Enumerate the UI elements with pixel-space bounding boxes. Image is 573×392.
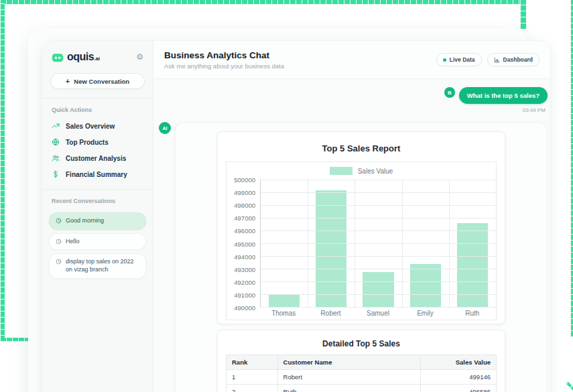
decorative-grid-border-top-corner [520, 0, 526, 29]
y-axis-labels: 5000004990004980004970004960004950004940… [227, 180, 260, 308]
x-axis-label: Samuel [355, 310, 401, 317]
horizontal-gridline [261, 281, 496, 282]
table-cell: 2 [227, 385, 278, 392]
main-area: Business Analytics Chat Ask me anything … [153, 41, 550, 392]
live-data-badge: Live Data [436, 53, 482, 66]
page-subtitle: Ask me anything about your business data [164, 62, 284, 70]
horizontal-gridline [261, 231, 496, 231]
conversation-item[interactable]: Good morning [49, 212, 146, 230]
table-header-row: RankCustomer NameSales Value [227, 355, 497, 370]
header-titles: Business Analytics Chat Ask me anything … [164, 50, 284, 70]
new-conversation-button[interactable]: + New Conversation [50, 73, 145, 89]
table-row: 1Robert499146 [227, 370, 497, 385]
dashboard-button[interactable]: Dashboard [487, 53, 539, 66]
table-cell: Robert [277, 370, 421, 385]
table-column-header: Rank [227, 355, 278, 370]
trend-up-icon [52, 122, 60, 130]
conversation-label: Good morning [66, 217, 104, 225]
y-axis-tick: 499000 [234, 189, 255, 196]
dashboard-label: Dashboard [503, 56, 533, 63]
quick-action-label: Sales Overview [66, 123, 115, 130]
x-axis-label: Ruth [449, 310, 496, 317]
y-axis-tick: 500000 [234, 176, 255, 184]
y-axis-tick: 497000 [234, 214, 255, 222]
page-title: Business Analytics Chat [164, 50, 284, 60]
horizontal-gridline [261, 243, 496, 244]
robot-logo-icon [52, 52, 64, 62]
horizontal-gridline [261, 192, 496, 193]
message-timestamp: 03:49 PM [523, 107, 548, 113]
y-axis-tick: 492000 [234, 278, 255, 285]
chart-body: 5000004990004980004970004960004950004940… [227, 180, 496, 308]
page-header: Business Analytics Chat Ask me anything … [153, 41, 550, 79]
quick-actions-list: Sales OverviewTop ProductsCustomer Analy… [42, 118, 153, 182]
chart-title: Top 5 Sales Report [226, 143, 497, 153]
sidebar-item-top-products[interactable]: Top Products [42, 134, 153, 150]
horizontal-gridline [261, 180, 496, 180]
vertical-gridline [402, 180, 403, 307]
ai-message-card: Top 5 Sales Report Sales Value 500000499… [175, 122, 548, 392]
legend-label: Sales Value [358, 168, 393, 175]
user-message-group: What is the top 5 sales? 03:49 PM [459, 87, 548, 113]
y-axis-tick: 498000 [234, 202, 255, 209]
dollar-icon [52, 170, 60, 178]
bar-samuel [363, 272, 393, 307]
user-message-row: B What is the top 5 sales? 03:49 PM [159, 87, 548, 113]
quick-action-label: Top Products [66, 139, 109, 146]
recent-conversations-list: Good morningHellodisplay top sales on 20… [42, 209, 153, 279]
horizontal-gridline [261, 205, 496, 206]
user-avatar: B [444, 87, 455, 98]
decorative-grid-border-left-tick [0, 338, 31, 342]
users-icon [52, 154, 60, 162]
chart-plot-box: Sales Value 5000004990004980004970004960… [226, 161, 497, 320]
conversation-item[interactable]: Hello [49, 233, 146, 251]
sales-table-card: Detailed Top 5 Sales RankCustomer NameSa… [217, 330, 505, 392]
conversation-item[interactable]: display top sales on 2022 on vizag branc… [49, 253, 146, 278]
x-axis-labels: ThomasRobertSamuelEmilyRuth [260, 308, 496, 320]
table-cell: 499146 [421, 370, 497, 385]
decorative-grid-border-bottom-right [566, 381, 573, 391]
live-data-label: Live Data [450, 56, 475, 63]
clock-icon [56, 217, 62, 224]
table-row: 2Ruth496586 [227, 385, 497, 392]
y-axis-tick: 496000 [234, 227, 255, 235]
y-axis-tick: 490000 [234, 304, 255, 312]
horizontal-gridline [261, 294, 496, 295]
sidebar-item-sales-overview[interactable]: Sales Overview [42, 118, 153, 134]
ai-avatar: AI [159, 122, 171, 134]
sidebar-item-customer-analysis[interactable]: Customer Analysis [42, 150, 153, 166]
logo: oquis.ai ⚙ [42, 41, 153, 69]
screenshot-stage: oquis.ai ⚙ + New Conversation Quick Acti… [0, 0, 573, 392]
vertical-gridline [308, 180, 308, 307]
sales-chart-card: Top 5 Sales Report Sales Value 500000499… [217, 131, 505, 324]
horizontal-gridline [261, 218, 496, 218]
detailed-sales-table: RankCustomer NameSales Value 1Robert4991… [226, 354, 497, 392]
table-cell: 1 [227, 370, 278, 385]
chart-legend: Sales Value [227, 162, 496, 180]
table-column-header: Sales Value [421, 355, 497, 370]
app-window: oquis.ai ⚙ + New Conversation Quick Acti… [42, 40, 551, 392]
y-axis-tick: 491000 [234, 291, 255, 298]
horizontal-gridline [261, 269, 496, 269]
x-axis-label: Robert [307, 310, 354, 317]
y-axis-tick: 494000 [234, 253, 255, 260]
clock-icon [56, 238, 62, 245]
conversation-label: Hello [66, 238, 80, 246]
quick-action-label: Financial Summary [66, 171, 127, 178]
table-column-header: Customer Name [277, 355, 421, 370]
decorative-grid-border-right [570, 0, 573, 337]
globe-icon [52, 138, 60, 146]
x-axis-label: Thomas [260, 310, 307, 317]
conversation-label: display top sales on 2022 on vizag branc… [66, 258, 139, 273]
horizontal-gridline [261, 256, 496, 257]
header-actions: Live Data Dashboard [436, 53, 539, 66]
sidebar-item-financial-summary[interactable]: Financial Summary [42, 166, 153, 182]
new-conversation-label: New Conversation [74, 78, 129, 85]
bar-emily [410, 264, 441, 307]
settings-gear-icon[interactable]: ⚙ [136, 53, 143, 61]
bar-thomas [269, 294, 300, 307]
bar-chart-icon [494, 57, 500, 63]
vertical-gridline [355, 180, 355, 307]
table-title: Detailed Top 5 Sales [226, 339, 497, 348]
sidebar: oquis.ai ⚙ + New Conversation Quick Acti… [42, 41, 153, 392]
